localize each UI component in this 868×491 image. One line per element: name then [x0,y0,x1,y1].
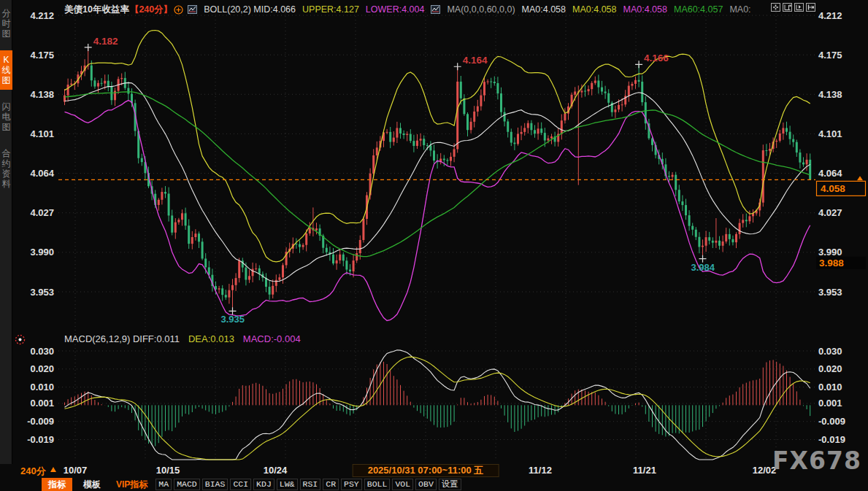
macd-header-item-1: DEA:0.013 [188,333,234,344]
extreme-cross-marker [85,44,92,51]
x-date-4: 11/21 [633,465,656,476]
macd-axis-label-right-2: 0.010 [818,382,842,393]
price-axis-label-left-6: 3.990 [30,247,54,258]
period-label[interactable]: 240分 [20,465,46,478]
macd-header-item-2: MACD:-0.004 [243,333,301,344]
toolbar-item-BIAS[interactable]: BIAS [202,479,228,490]
price-axis-label-right-7: 3.953 [818,287,842,298]
toolbar-item-MACD[interactable]: MACD [174,479,200,490]
toolbar-item-BOLL[interactable]: BOLL [364,479,391,490]
macd-axis-label-left-2: 0.010 [30,382,54,393]
macd-axis-label-right-3: 0.001 [818,398,842,409]
macd-axis-label-right-4: -0.009 [818,416,845,427]
macd-header: MACD(26,12,9) DIFF:0.011DEA:0.013MACD:-0… [64,333,301,344]
low-marker-label: 3.984 [691,262,715,273]
extreme-cross-marker [635,61,642,68]
price-axis-label-left-7: 3.953 [30,287,54,298]
price-axis-label-right-2: 4.138 [818,89,842,100]
macd-axis-label-right-0: 0.030 [818,346,842,357]
current-price-label: 4.058 [821,183,845,194]
crosshair-date-label: 2025/10/31 07:00~11:00 五 [353,464,499,477]
toolbar-item-PSY[interactable]: PSY [341,479,362,490]
extreme-cross-marker [454,63,461,70]
high-marker-label: 4.164 [463,55,488,66]
toolbar-item-模板[interactable]: 模板 [77,478,107,491]
toolbar-item-RSI[interactable]: RSI [300,479,321,490]
toolbar-item-LW&[interactable]: LW& [277,479,298,490]
macd-axis-label-left-3: 0.001 [30,398,54,409]
price-axis-label-right-3: 4.101 [818,128,842,139]
toolbar-item-CR[interactable]: CR [323,479,339,490]
macd-header-item-0: MACD(26,12,9) DIFF:0.011 [64,333,180,344]
price-axis-label-left-0: 4.212 [30,10,54,21]
chart-app: 分时图K线图闪电图合约资料 美债10年收益率 【240分】 BOLL(20,2)… [0,0,868,491]
price-axis-label-right-4: 4.064 [818,168,842,179]
x-date-1: 10/15 [156,465,180,476]
price-axis-label-left-1: 4.175 [30,50,54,61]
price-axis-label-left-2: 4.138 [30,89,54,100]
low-marker-label: 3.935 [221,314,245,325]
toolbar-item-KDJ[interactable]: KDJ [253,479,274,490]
kline-macd-chart[interactable]: 4.2124.2124.1754.1754.1384.1384.1014.101… [0,0,868,491]
macd-axis-label-left-4: -0.009 [27,416,54,427]
x-axis: 240分 2025/10/31 07:00~11:00 五 10/0710/15… [0,464,868,478]
period-up-triangle[interactable] [50,467,56,472]
secondary-price-label: 3.988 [819,258,844,268]
toolbar-item-MA[interactable]: MA [155,479,172,490]
pane-settings-icon[interactable] [15,334,26,345]
high-marker-label: 4.166 [644,53,669,63]
toolbar-item-VOL[interactable]: VOL [392,479,413,490]
price-axis-label-right-1: 4.175 [818,50,842,61]
x-date-2: 10/24 [264,465,288,476]
macd-axis-label-left-0: 0.030 [30,346,54,357]
price-axis-label-left-5: 4.027 [30,207,54,218]
macd-axis-label-left-5: -0.019 [27,434,54,445]
price-axis-label-right-5: 4.027 [818,207,842,218]
price-axis-label-right-0: 4.212 [818,10,842,21]
toolbar-item-VIP指标[interactable]: VIP指标 [112,478,152,491]
bottom-toolbar: 指标模板VIP指标MAMACDBIASCCIKDJLW&RSICRPSYBOLL… [42,478,461,491]
high-marker-label: 4.182 [93,36,118,47]
toolbar-item-CCI[interactable]: CCI [230,479,251,490]
x-date-3: 11/12 [529,465,552,476]
x-date-0: 10/07 [64,465,88,476]
macd-axis-label-right-5: -0.019 [818,434,845,445]
price-axis-label-left-4: 4.064 [30,168,54,179]
price-axis-label-right-6: 3.990 [818,247,842,258]
toolbar-item-OBV[interactable]: OBV [415,479,437,490]
watermark: FX678 [772,446,861,475]
macd-axis-label-left-1: 0.020 [30,363,54,374]
toolbar-item-设置[interactable]: 设置 [439,479,461,490]
macd-axis-label-right-1: 0.020 [818,363,842,374]
price-axis-label-left-3: 4.101 [30,128,54,139]
toolbar-item-指标[interactable]: 指标 [42,478,72,491]
